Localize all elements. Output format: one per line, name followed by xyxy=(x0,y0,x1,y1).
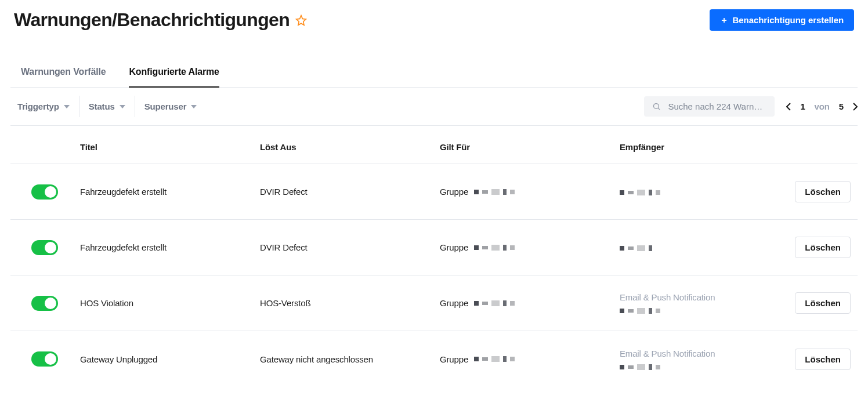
applies-group-label: Gruppe xyxy=(440,187,468,197)
row-title[interactable]: Fahrzeugdefekt erstellt xyxy=(80,187,260,197)
chevron-right-icon[interactable] xyxy=(853,103,858,111)
chevron-down-icon xyxy=(120,105,125,108)
row-recipients xyxy=(620,187,759,197)
row-title[interactable]: Fahrzeugdefekt erstellt xyxy=(80,242,260,252)
redacted-text xyxy=(620,308,759,314)
filter-superuser-label: Superuser xyxy=(144,101,187,111)
row-applies-to: Gruppe xyxy=(440,242,620,252)
table-row: Gateway Unplugged Gateway nicht angeschl… xyxy=(10,331,858,387)
delete-button[interactable]: Löschen xyxy=(795,237,851,258)
row-trigger: DVIR Defect xyxy=(260,187,440,197)
row-applies-to: Gruppe xyxy=(440,187,620,197)
redacted-text xyxy=(620,190,660,195)
delete-button[interactable]: Löschen xyxy=(795,181,851,202)
create-notification-button[interactable]: Benachrichtigung erstellen xyxy=(710,9,854,31)
row-applies-to: Gruppe xyxy=(440,354,620,364)
svg-point-0 xyxy=(654,104,659,109)
search-box[interactable] xyxy=(644,96,775,117)
delete-button[interactable]: Löschen xyxy=(795,292,851,314)
filter-triggertype[interactable]: Triggertyp xyxy=(10,96,79,117)
create-notification-button-label: Benachrichtigung erstellen xyxy=(733,15,844,25)
table-row: Fahrzeugdefekt erstellt DVIR Defect Grup… xyxy=(10,164,858,220)
enable-toggle[interactable] xyxy=(31,296,58,311)
applies-group-label: Gruppe xyxy=(440,354,468,364)
redacted-text xyxy=(474,300,515,306)
pagination: 1 von 5 xyxy=(786,101,858,111)
recipient-channel-label: Email & Push Notification xyxy=(620,349,759,358)
right-tools: 1 von 5 xyxy=(644,96,858,117)
search-icon xyxy=(652,102,661,111)
pagination-of-label: von xyxy=(815,101,830,111)
col-recipients: Empfänger xyxy=(620,142,759,152)
filter-status-label: Status xyxy=(89,101,115,111)
row-recipients xyxy=(620,242,759,252)
pagination-current: 1 xyxy=(800,101,805,111)
redacted-text xyxy=(620,245,652,251)
filter-triggertype-label: Triggertyp xyxy=(17,101,59,111)
chevron-left-icon[interactable] xyxy=(786,103,791,111)
redacted-text xyxy=(474,356,515,362)
enable-toggle[interactable] xyxy=(31,184,58,200)
page-header: Warnungen/Benachrichtigungen Benachricht… xyxy=(10,6,858,31)
applies-group-label: Gruppe xyxy=(440,242,468,252)
table-row: Fahrzeugdefekt erstellt DVIR Defect Grup… xyxy=(10,220,858,275)
table-header: Titel Löst Aus Gilt Für Empfänger xyxy=(10,126,858,164)
enable-toggle[interactable] xyxy=(31,240,58,255)
chevron-down-icon xyxy=(191,105,197,108)
row-trigger: Gateway nicht angeschlossen xyxy=(260,354,440,364)
row-title[interactable]: Gateway Unplugged xyxy=(80,354,260,364)
pagination-total: 5 xyxy=(839,101,844,111)
redacted-text xyxy=(474,189,515,195)
row-applies-to: Gruppe xyxy=(440,298,620,308)
row-recipients: Email & Push Notification xyxy=(620,349,759,370)
filters: Triggertyp Status Superuser xyxy=(10,96,206,117)
col-title: Titel xyxy=(80,142,260,152)
toolbar: Triggertyp Status Superuser 1 von 5 xyxy=(10,88,858,126)
row-recipients: Email & Push Notification xyxy=(620,292,759,314)
col-applies-to: Gilt Für xyxy=(440,142,620,152)
tab-configured-alarms[interactable]: Konfigurierte Alarme xyxy=(129,60,219,88)
row-trigger: HOS-Verstoß xyxy=(260,298,440,308)
table-row: HOS Violation HOS-Verstoß Gruppe Email &… xyxy=(10,275,858,331)
filter-superuser[interactable]: Superuser xyxy=(135,96,207,117)
filter-status[interactable]: Status xyxy=(79,96,135,117)
page-title: Warnungen/Benachrichtigungen xyxy=(14,9,290,31)
col-triggers: Löst Aus xyxy=(260,142,440,152)
chevron-down-icon xyxy=(64,105,70,108)
row-title[interactable]: HOS Violation xyxy=(80,298,260,308)
row-trigger: DVIR Defect xyxy=(260,242,440,252)
plus-icon xyxy=(720,16,728,24)
favorite-star-icon[interactable] xyxy=(295,14,307,26)
applies-group-label: Gruppe xyxy=(440,298,468,308)
redacted-text xyxy=(474,245,515,251)
enable-toggle[interactable] xyxy=(31,351,58,367)
redacted-text xyxy=(620,364,759,370)
tabs: Warnungen Vorfälle Konfigurierte Alarme xyxy=(10,60,858,88)
tab-incidents[interactable]: Warnungen Vorfälle xyxy=(21,60,106,87)
recipient-channel-label: Email & Push Notification xyxy=(620,292,759,302)
delete-button[interactable]: Löschen xyxy=(795,349,851,370)
search-input[interactable] xyxy=(667,101,766,112)
